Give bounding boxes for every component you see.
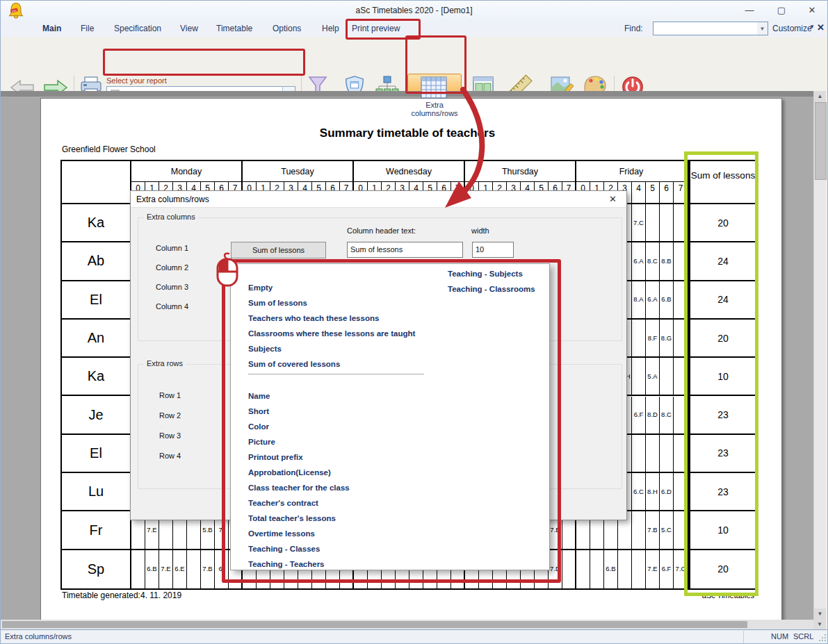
lesson-cell: 7.B — [201, 550, 215, 588]
lesson-cell — [131, 550, 145, 588]
lesson-cell — [646, 204, 660, 242]
annotation-popup-rect — [222, 259, 561, 583]
dialog-title-bar[interactable]: Extra columns/rows ✕ — [131, 191, 626, 208]
lesson-cell: 5.A — [646, 358, 660, 396]
period-header-cell: 5 — [646, 182, 660, 204]
window-title: aSc Timetables 2020 - [Demo1] — [1, 6, 827, 15]
lesson-cell: 6.D — [660, 473, 674, 511]
period-header-cell: 6 — [660, 182, 674, 204]
minimize-button[interactable]: — — [739, 5, 760, 15]
menu-item-help[interactable]: Help — [322, 24, 339, 33]
row-label-4: Row 4 — [159, 452, 181, 460]
lesson-cell: 5.C — [660, 511, 674, 550]
horizontal-scroll-thumb[interactable] — [2, 621, 747, 628]
lesson-cell: 6.F — [632, 397, 646, 435]
menu-item-file[interactable]: File — [81, 24, 94, 33]
menu-item-options[interactable]: Options — [273, 24, 301, 33]
lesson-cell — [562, 550, 576, 588]
sum-column-highlight — [684, 151, 758, 596]
lesson-cell: 6.B — [660, 281, 674, 320]
teacher-name-cell: Ka — [62, 358, 131, 396]
teacher-name-cell: Ab — [62, 242, 131, 281]
lesson-cell: 8.F — [646, 320, 660, 358]
teacher-name-cell: Fr — [62, 511, 131, 550]
find-label: Find: — [624, 24, 643, 33]
lesson-cell: 6.B — [604, 550, 618, 588]
lesson-cell — [632, 320, 646, 358]
lesson-cell: 7.E — [159, 550, 173, 588]
lesson-cell: 8.B — [660, 242, 674, 281]
teacher-name-cell: Ka — [62, 204, 131, 242]
menu-item-specification[interactable]: Specification — [114, 24, 161, 33]
annotation-arrow — [428, 85, 512, 210]
lesson-cell: 6.C — [632, 473, 646, 511]
maximize-button[interactable]: ▢ — [771, 5, 792, 15]
annotation-report-combo-rect — [103, 49, 305, 76]
day-header-monday: Monday — [131, 161, 243, 182]
lesson-cell: 6.E — [173, 550, 187, 588]
find-input[interactable] — [653, 22, 760, 35]
report-title: Summary timetable of teachers — [41, 126, 774, 140]
horizontal-scrollbar[interactable] — [1, 620, 813, 629]
ribbon-close-icon[interactable]: ✕ — [817, 22, 825, 33]
width-label: width — [471, 226, 489, 235]
lesson-cell: 8.C — [646, 242, 660, 281]
lesson-cell — [187, 550, 201, 588]
day-header-tuesday: Tuesday — [243, 161, 354, 182]
lesson-cell: 8.H — [646, 473, 660, 511]
vertical-scrollbar[interactable]: ▲ ▼ — [813, 91, 826, 620]
find-dropdown-arrow-icon[interactable]: ▼ — [757, 22, 768, 35]
lesson-cell — [646, 435, 660, 473]
column-label-4: Column 4 — [156, 302, 188, 311]
lesson-cell: 6.A — [632, 242, 646, 281]
lesson-cell — [632, 358, 646, 396]
extra-rows-group-label: Extra rows — [144, 359, 186, 368]
title-bar: aSc aSc Timetables 2020 - [Demo1] — ▢ ✕ — [1, 1, 827, 20]
extra-columns-group-label: Extra columns — [144, 213, 198, 221]
lesson-cell: 6.A — [646, 281, 660, 320]
scroll-down-icon[interactable]: ▼ — [814, 609, 826, 620]
column1-value-button[interactable]: Sum of lessons — [231, 242, 326, 258]
column-label-1: Column 1 — [156, 244, 188, 252]
status-num: NUM — [771, 632, 788, 641]
lesson-cell: 8.G — [660, 320, 674, 358]
scroll-corner-down-icon[interactable]: ▼ — [813, 620, 826, 629]
menu-item-view[interactable]: View — [180, 24, 198, 33]
column-header-text-input[interactable]: Sum of lessons — [347, 242, 463, 258]
close-button[interactable]: ✕ — [802, 5, 822, 15]
lesson-cell: 7.B — [646, 511, 660, 550]
status-bar — [1, 629, 827, 644]
status-message: Extra columns/rows — [5, 632, 72, 641]
lesson-cell — [576, 550, 590, 588]
lesson-cell — [632, 435, 646, 473]
teacher-name-cell: El — [62, 281, 131, 320]
status-scrl: SCRL — [793, 632, 813, 641]
lesson-cell — [660, 358, 674, 396]
width-input[interactable]: 10 — [472, 242, 514, 258]
teacher-name-cell: El — [62, 435, 131, 473]
dialog-title: Extra columns/rows — [136, 195, 209, 204]
lesson-cell — [590, 550, 604, 588]
customize-arrow-icon[interactable]: ▼ — [809, 24, 815, 30]
vertical-scroll-thumb[interactable] — [815, 102, 827, 180]
teacher-name-cell: An — [62, 320, 131, 358]
menu-item-timetable[interactable]: Timetable — [216, 24, 252, 33]
lesson-cell: 6.F — [660, 550, 674, 588]
menu-item-main[interactable]: Main — [42, 24, 61, 33]
teacher-name-cell: Lu — [62, 473, 131, 511]
lesson-cell — [632, 511, 646, 550]
row-label-2: Row 2 — [159, 411, 181, 420]
scroll-up-icon[interactable]: ▲ — [814, 91, 826, 102]
teacher-header-cell — [62, 161, 131, 204]
status-separator — [743, 631, 744, 643]
resize-grip-icon[interactable] — [818, 634, 827, 642]
lesson-cell: 8.A — [632, 281, 646, 320]
lesson-cell — [660, 204, 674, 242]
period-header-cell: 4 — [632, 182, 646, 204]
customize-button[interactable]: Customize — [772, 24, 812, 33]
row-label-1: Row 1 — [159, 391, 181, 399]
generated-date: Timetable generated:4. 11. 2019 — [62, 591, 181, 600]
column-header-text-label: Column header text: — [347, 226, 416, 235]
lesson-cell: 6.B — [145, 550, 159, 588]
dialog-close-icon[interactable]: ✕ — [609, 194, 617, 204]
